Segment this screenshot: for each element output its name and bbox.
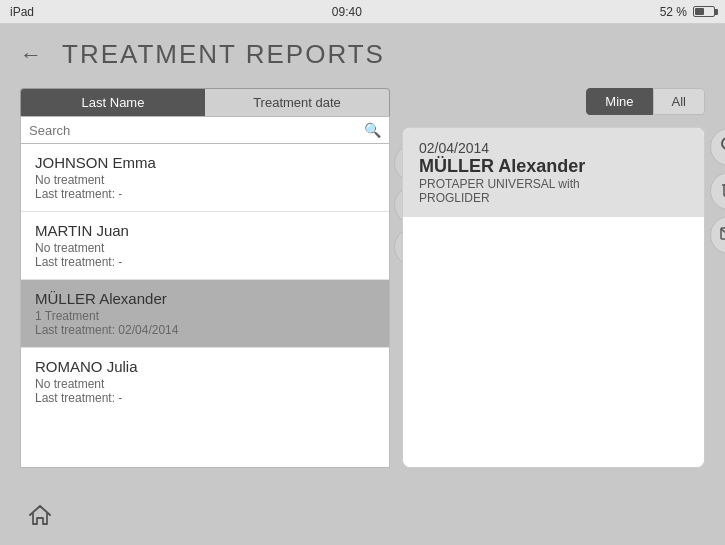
- right-top: Mine All: [402, 88, 705, 121]
- battery-label: 52 %: [660, 5, 687, 19]
- patient-last-treatment: Last treatment: -: [35, 255, 375, 269]
- patient-item-muller[interactable]: MÜLLER Alexander 1 Treatment Last treatm…: [21, 280, 389, 348]
- search-detail-button[interactable]: [710, 128, 725, 166]
- device-label: iPad: [10, 5, 34, 19]
- delete-detail-button[interactable]: [710, 172, 725, 210]
- patient-treatment: No treatment: [35, 173, 375, 187]
- search-input[interactable]: [29, 123, 364, 138]
- content-layout: Last Name Treatment date 🔍 JOHNSON Emma …: [20, 88, 705, 468]
- patient-name: ROMANO Julia: [35, 358, 375, 375]
- detail-date: 02/04/2014: [419, 140, 644, 156]
- time-label: 09:40: [332, 5, 362, 19]
- patient-treatment: No treatment: [35, 241, 375, 255]
- sort-tab-lastname[interactable]: Last Name: [21, 89, 205, 116]
- patient-treatment: No treatment: [35, 377, 375, 391]
- patient-name: MÜLLER Alexander: [35, 290, 375, 307]
- battery-indicator: [693, 6, 715, 17]
- patient-list: JOHNSON Emma No treatment Last treatment…: [20, 144, 390, 468]
- page-title: TREATMENT REPORTS: [62, 39, 385, 70]
- patient-last-treatment: Last treatment: -: [35, 391, 375, 405]
- sort-tabs: Last Name Treatment date: [20, 88, 390, 116]
- home-button[interactable]: [24, 499, 56, 531]
- detail-panel: 02/04/2014 MÜLLER Alexander PROTAPER UNI…: [402, 127, 705, 468]
- patient-treatment: 1 Treatment: [35, 309, 375, 323]
- detail-header: 02/04/2014 MÜLLER Alexander PROTAPER UNI…: [403, 128, 704, 217]
- header: ← TREATMENT REPORTS: [20, 39, 705, 70]
- search-bar: 🔍: [20, 116, 390, 144]
- detail-actions: [710, 128, 725, 254]
- right-side: Mine All 02/04/2014 MÜLLER Alexander PRO…: [402, 88, 705, 468]
- detail-body: [403, 217, 704, 467]
- back-button[interactable]: ←: [20, 42, 42, 68]
- patient-item-martin[interactable]: MARTIN Juan No treatment Last treatment:…: [21, 212, 389, 280]
- filter-tab-all[interactable]: All: [653, 88, 705, 115]
- search-icon: 🔍: [364, 122, 381, 138]
- patient-last-treatment: Last treatment: -: [35, 187, 375, 201]
- filter-tab-mine[interactable]: Mine: [586, 88, 652, 115]
- patient-name: JOHNSON Emma: [35, 154, 375, 171]
- left-panel: Last Name Treatment date 🔍 JOHNSON Emma …: [20, 88, 390, 468]
- detail-patient-name: MÜLLER Alexander: [419, 156, 644, 177]
- email-button[interactable]: [710, 216, 725, 254]
- trash-detail-icon: [719, 179, 725, 203]
- patient-last-treatment: Last treatment: 02/04/2014: [35, 323, 375, 337]
- battery-fill: [695, 8, 704, 15]
- status-right: 52 %: [660, 5, 715, 19]
- patient-item-romano[interactable]: ROMANO Julia No treatment Last treatment…: [21, 348, 389, 415]
- main-area: ← TREATMENT REPORTS Last Name Treatment …: [0, 24, 725, 545]
- patient-item-johnson[interactable]: JOHNSON Emma No treatment Last treatment…: [21, 144, 389, 212]
- patient-name: MARTIN Juan: [35, 222, 375, 239]
- patient-list-wrapper: JOHNSON Emma No treatment Last treatment…: [20, 144, 390, 468]
- detail-treatment-type: PROTAPER UNIVERSAL with PROGLIDER: [419, 177, 644, 205]
- filter-tabs: Mine All: [586, 88, 705, 115]
- status-bar: iPad 09:40 52 %: [0, 0, 725, 24]
- sort-tab-date[interactable]: Treatment date: [205, 89, 389, 116]
- envelope-icon: [719, 223, 725, 247]
- magnifier-icon: [719, 135, 725, 159]
- battery-bar: [693, 6, 715, 17]
